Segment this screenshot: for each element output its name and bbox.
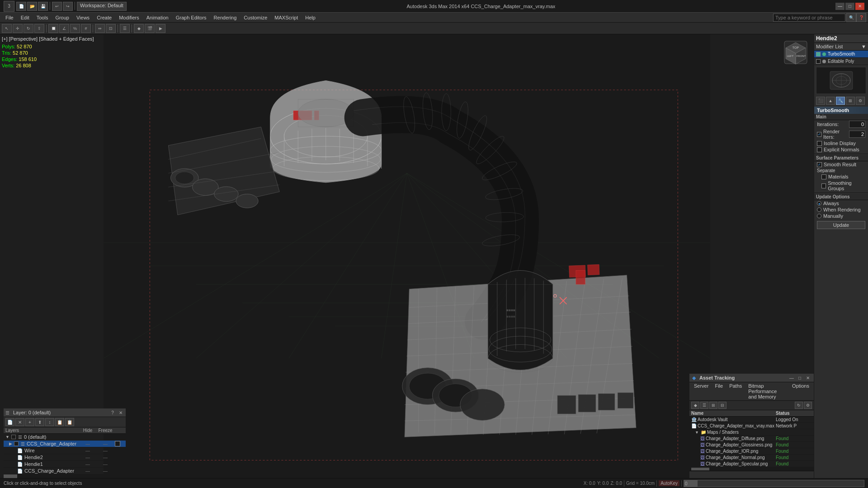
maximize-btn[interactable]: □: [845, 3, 854, 10]
workspace-selector[interactable]: Workspace: Default: [77, 2, 127, 11]
save-btn[interactable]: 💾: [38, 2, 48, 11]
rotate-btn[interactable]: ↻: [24, 24, 33, 33]
explicit-check[interactable]: [817, 147, 822, 152]
layer-delete-btn[interactable]: ✕: [15, 418, 24, 426]
render-btn[interactable]: ▶: [156, 24, 165, 33]
asset-item-vault[interactable]: 🏦 Autodesk Vault Logged On: [689, 417, 814, 423]
menu-help[interactable]: Help: [302, 14, 319, 21]
asset-item-glossiness[interactable]: 🖼 Charge_Adapter_Glossiness.png Found: [689, 442, 814, 448]
shape-tab[interactable]: ▲: [826, 97, 835, 105]
materials-row[interactable]: Materials: [814, 174, 868, 180]
time-slider[interactable]: 0: [684, 480, 864, 487]
help-search-btn[interactable]: ❓: [856, 13, 866, 22]
menu-create[interactable]: Create: [93, 14, 115, 21]
manually-radio[interactable]: [817, 214, 821, 218]
asset-item-specular[interactable]: 🖼 Charge_Adapter_Specular.png Found: [689, 461, 814, 467]
align-btn[interactable]: ⊡: [106, 24, 116, 33]
search-btn[interactable]: 🔍: [846, 13, 856, 22]
asset-item-normal[interactable]: 🖼 Charge_Adapter_Normal.png Found: [689, 455, 814, 461]
layer-item-wire[interactable]: 📄 Wire — —: [4, 447, 126, 454]
undo-btn[interactable]: ↩: [52, 2, 62, 11]
minimize-btn[interactable]: —: [835, 3, 844, 10]
layer-item-hendie2[interactable]: 📄 Hendie2 — —: [4, 454, 126, 461]
open-btn[interactable]: 📂: [27, 2, 37, 11]
layer-item-ccs[interactable]: ▶ ☰ CCS_Charge_Adapter — —: [4, 441, 126, 447]
when-rendering-row[interactable]: When Rendering: [814, 206, 868, 213]
menu-views[interactable]: Views: [73, 14, 93, 21]
menu-animation[interactable]: Animation: [143, 14, 172, 21]
new-btn[interactable]: 📄: [16, 2, 26, 11]
layer-scroll-thumb[interactable]: [4, 474, 17, 478]
explicit-normals-row[interactable]: Explicit Normals: [814, 146, 868, 153]
asset-menu-bitmap[interactable]: Bitmap Performance and Memory: [745, 383, 788, 400]
modifier-editable-poly[interactable]: Editable Poly: [814, 58, 868, 65]
smoothing-check[interactable]: [821, 183, 826, 188]
menu-modifiers[interactable]: Modifiers: [115, 14, 143, 21]
render-iters-input[interactable]: [849, 131, 865, 138]
asset-menu-server[interactable]: Server: [691, 383, 711, 400]
manually-row[interactable]: Manually: [814, 213, 868, 219]
create-tab[interactable]: ⬛: [816, 97, 825, 105]
update-button[interactable]: Update: [817, 221, 865, 229]
asset-menu-file[interactable]: File: [712, 383, 726, 400]
layer-scrollbar[interactable]: [4, 474, 126, 478]
asset-vault-btn[interactable]: ◆: [691, 402, 699, 409]
asset-settings-btn[interactable]: ⚙: [804, 402, 812, 409]
layer-item-hendie1[interactable]: 📄 Hendie1 — —: [4, 461, 126, 468]
spinner-snap[interactable]: #: [81, 24, 91, 33]
quick-access-bar[interactable]: 📄 📂 💾 ↩ ↪ Workspace: Default: [16, 2, 127, 11]
close-btn[interactable]: ✕: [855, 3, 864, 10]
menu-rendering[interactable]: Rendering: [210, 14, 241, 21]
smooth-result-check[interactable]: [817, 162, 822, 167]
menu-maxscript[interactable]: MAXScript: [271, 14, 302, 21]
render-setup-btn[interactable]: 🎬: [145, 24, 155, 33]
asset-item-ior[interactable]: 🖼 Charge_Adapter_IOR.png Found: [689, 448, 814, 455]
modifier-turbosmooth[interactable]: TurboSmooth: [814, 51, 868, 58]
layer-paste-btn[interactable]: 📋: [65, 418, 74, 426]
layer-close-btn[interactable]: ✕: [118, 409, 124, 416]
hierarchy-tab[interactable]: ⊞: [846, 97, 855, 105]
render-iters-check[interactable]: [817, 132, 821, 137]
always-row[interactable]: Always: [814, 200, 868, 206]
asset-refresh-btn[interactable]: ↻: [795, 402, 803, 409]
smoothing-groups-row[interactable]: Smoothing Groups: [814, 180, 868, 192]
smooth-result-row[interactable]: Smooth Result: [814, 161, 868, 168]
scale-btn[interactable]: ⇧: [34, 24, 44, 33]
nav-cube[interactable]: TOP FRONT LEFT: [782, 39, 809, 66]
mirror-btn[interactable]: ⇔: [95, 24, 105, 33]
asset-minimize-btn[interactable]: —: [788, 375, 795, 381]
materials-check[interactable]: [821, 174, 826, 179]
menu-tools[interactable]: Tools: [33, 14, 52, 21]
menu-graph-editors[interactable]: Graph Editors: [172, 14, 210, 21]
layer-move-sel-btn[interactable]: ↕: [45, 418, 54, 426]
select-btn[interactable]: ↖: [2, 24, 12, 33]
percent-snap[interactable]: %: [70, 24, 80, 33]
asset-menu-options[interactable]: Options: [789, 383, 812, 400]
isoline-row[interactable]: Isoline Display: [814, 140, 868, 146]
modify-tab[interactable]: 🔧: [836, 97, 845, 105]
when-rendering-radio[interactable]: [817, 207, 821, 212]
layer-help-btn[interactable]: ?: [109, 409, 116, 416]
asset-item-diffuse[interactable]: 🖼 Charge_Adapter_Diffuse.png Found: [689, 436, 814, 442]
redo-btn[interactable]: ↪: [63, 2, 73, 11]
viewport-label[interactable]: [+] [Perspective] [Shaded + Edged Faces]: [2, 36, 94, 42]
layer-new-btn[interactable]: 📄: [5, 418, 14, 426]
motion-tab[interactable]: ⚙: [856, 97, 865, 105]
mod-check-turbosmooth[interactable]: [816, 52, 821, 56]
menu-customize[interactable]: Customize: [240, 14, 271, 21]
mod-check-editpoly[interactable]: [816, 59, 821, 64]
asset-list-btn[interactable]: ☰: [700, 402, 708, 409]
layer-add-btn[interactable]: +: [25, 418, 34, 426]
asset-maximize-btn[interactable]: □: [797, 375, 803, 381]
snaps-toggle[interactable]: 🔲: [48, 24, 58, 33]
move-btn[interactable]: ✛: [13, 24, 23, 33]
layer-color-box[interactable]: [115, 441, 120, 446]
asset-scroll-thumb-h[interactable]: [691, 468, 709, 470]
material-editor-btn[interactable]: ◆: [134, 24, 144, 33]
isoline-check[interactable]: [817, 141, 822, 146]
asset-close-btn[interactable]: ✕: [805, 375, 811, 381]
modifier-list-dropdown[interactable]: Modifier List ▼: [814, 43, 868, 51]
layer-item-0[interactable]: ▼ ☰ 0 (default): [4, 434, 126, 441]
layer-mgr-btn[interactable]: ☰: [120, 24, 130, 33]
menu-file[interactable]: File: [2, 14, 17, 21]
